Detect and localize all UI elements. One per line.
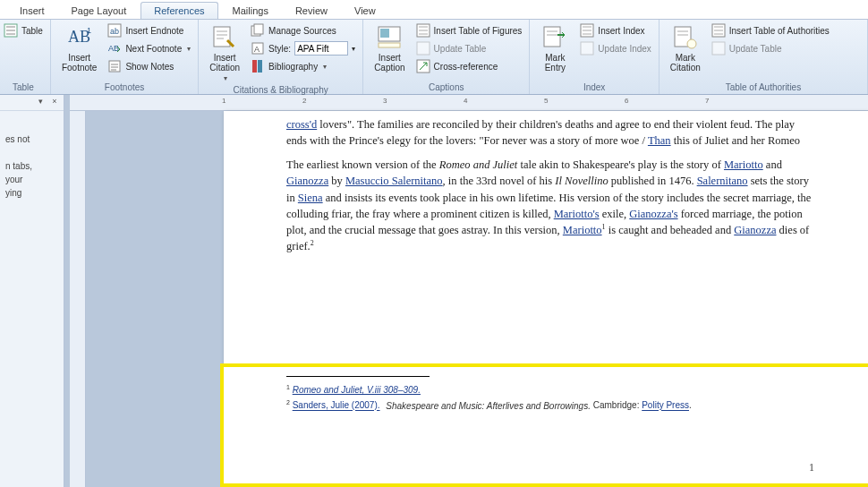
manage-sources-icon — [251, 23, 265, 38]
show-notes-label: Show Notes — [125, 62, 174, 72]
nav-close-icon[interactable]: × — [49, 97, 60, 107]
style-icon: A — [251, 41, 265, 56]
navigation-pane: ▾ × es not n tabs, your ying — [0, 95, 64, 487]
citation-style-control[interactable]: A Style: ▾ — [249, 40, 357, 56]
group-toc-label: Table — [2, 81, 45, 93]
insert-tof-button[interactable]: Insert Table of Figures — [414, 22, 524, 38]
show-notes-button[interactable]: Show Notes — [106, 58, 192, 74]
toa-icon — [711, 23, 726, 38]
group-index-label: Index — [535, 81, 653, 93]
group-toa: Mark Citation Insert Table of Authoritie… — [660, 20, 868, 94]
insert-citation-button[interactable]: Insert Citation — [204, 22, 245, 84]
update-tof-button[interactable]: Update Table — [414, 40, 524, 56]
svg-rect-18 — [417, 42, 430, 55]
insert-tof-label: Insert Table of Figures — [434, 26, 523, 36]
insert-toa-button[interactable]: Insert Table of Authorities — [710, 22, 831, 38]
index-icon — [580, 23, 594, 38]
style-label: Style: — [268, 44, 291, 54]
document-body[interactable]: cross'd lovers". The families are reconc… — [286, 116, 814, 254]
mark-citation-button[interactable]: Mark Citation — [665, 22, 706, 74]
nav-text-2: n tabs, — [5, 159, 58, 173]
group-index: Mark Entry Insert Index Update Index Ind… — [530, 20, 660, 94]
update-icon — [416, 41, 430, 56]
insert-caption-label: Insert Caption — [374, 53, 404, 73]
insert-footnote-label: Insert Footnote — [62, 53, 97, 73]
svg-rect-20 — [544, 27, 560, 47]
update-toa-label: Update Table — [729, 44, 782, 54]
svg-text:1: 1 — [87, 26, 91, 35]
insert-toa-label: Insert Table of Authorities — [729, 26, 830, 36]
caption-icon — [376, 24, 403, 51]
manage-sources-label: Manage Sources — [268, 26, 336, 36]
svg-point-24 — [687, 39, 696, 48]
paragraph-2[interactable]: The earliest known version of the Romeo … — [286, 157, 814, 254]
update-toc-button[interactable]: Table — [2, 22, 45, 38]
group-captions-label: Captions — [369, 81, 523, 93]
next-footnote-label: Next Footnote — [125, 44, 182, 54]
bibliography-label: Bibliography — [268, 62, 318, 72]
paragraph-1[interactable]: cross'd lovers". The families are reconc… — [286, 116, 814, 149]
insert-endnote-button[interactable]: ab Insert Endnote — [106, 22, 192, 38]
tab-review[interactable]: Review — [283, 3, 340, 19]
svg-text:A: A — [254, 45, 260, 54]
group-footnotes-label: Footnotes — [56, 81, 192, 93]
navigation-pane-body: es not n tabs, your ying — [0, 111, 64, 221]
update-toa-icon — [711, 41, 726, 56]
footnote-icon: AB1 — [66, 24, 93, 51]
cross-reference-button[interactable]: Cross-reference — [414, 58, 524, 74]
update-index-button[interactable]: Update Index — [578, 40, 653, 56]
workspace: ▾ × es not n tabs, your ying L 1 2 3 4 5… — [0, 95, 868, 487]
nav-dropdown-icon[interactable]: ▾ — [35, 97, 46, 107]
next-footnote-button[interactable]: AB Next Footnote — [106, 40, 192, 56]
update-table-icon — [4, 23, 18, 38]
insert-citation-label: Insert Citation — [209, 53, 240, 73]
update-toc-label: Table — [21, 26, 43, 36]
ribbon-tabs: Insert Page Layout References Mailings R… — [0, 0, 868, 20]
group-citations: Insert Citation Manage Sources A Style: … — [199, 20, 363, 94]
mark-citation-label: Mark Citation — [670, 53, 701, 73]
update-index-icon — [580, 41, 594, 56]
crossref-icon — [416, 59, 430, 73]
tab-page-layout[interactable]: Page Layout — [59, 3, 140, 19]
tab-insert[interactable]: Insert — [7, 3, 57, 19]
mark-entry-label: Mark Entry — [545, 53, 566, 73]
svg-rect-12 — [252, 60, 257, 73]
insert-caption-button[interactable]: Insert Caption — [369, 22, 410, 74]
ribbon: Table Table AB1 Insert Footnote ab Inser… — [0, 20, 868, 95]
svg-rect-26 — [712, 42, 725, 55]
footnote-1[interactable]: 1 Romeo and Juliet, V.iii 308–309. — [286, 382, 814, 397]
tab-mailings[interactable]: Mailings — [220, 3, 281, 19]
vertical-ruler[interactable] — [70, 111, 86, 487]
footnote-2[interactable]: 2 Sanders, Julie (2007). Shakespeare and… — [286, 397, 814, 413]
style-input[interactable] — [294, 41, 348, 56]
svg-rect-13 — [258, 60, 262, 73]
footnotes-area[interactable]: 1 Romeo and Juliet, V.iii 308–309. 2 San… — [224, 367, 868, 483]
insert-endnote-label: Insert Endnote — [125, 26, 183, 36]
svg-rect-16 — [379, 43, 400, 47]
horizontal-ruler[interactable]: 1 2 3 4 5 6 7 — [70, 95, 868, 111]
mark-entry-button[interactable]: Mark Entry — [535, 22, 574, 74]
update-toa-button[interactable]: Update Table — [710, 40, 831, 56]
footnote-separator — [286, 376, 430, 377]
citation-icon — [211, 24, 238, 51]
nav-text-4: ying — [5, 186, 58, 200]
page-number: 1 — [809, 461, 814, 474]
endnote-icon: ab — [107, 23, 122, 38]
svg-rect-9 — [254, 24, 263, 34]
insert-index-label: Insert Index — [598, 26, 644, 36]
tab-view[interactable]: View — [342, 3, 388, 19]
manage-sources-button[interactable]: Manage Sources — [249, 22, 357, 38]
bibliography-button[interactable]: Bibliography — [249, 58, 357, 74]
svg-rect-22 — [581, 42, 593, 55]
insert-index-button[interactable]: Insert Index — [578, 22, 653, 38]
tab-references[interactable]: References — [140, 2, 217, 19]
insert-footnote-button[interactable]: AB1 Insert Footnote — [56, 22, 102, 74]
cross-reference-label: Cross-reference — [434, 62, 498, 72]
group-captions: Insert Caption Insert Table of Figures U… — [363, 20, 530, 94]
update-index-label: Update Index — [598, 44, 651, 54]
nav-text-3: your — [5, 173, 58, 186]
bibliography-icon — [251, 59, 265, 73]
show-notes-icon — [107, 59, 122, 73]
group-footnotes: AB1 Insert Footnote ab Insert Endnote AB… — [51, 20, 199, 94]
next-footnote-icon: AB — [107, 41, 122, 56]
